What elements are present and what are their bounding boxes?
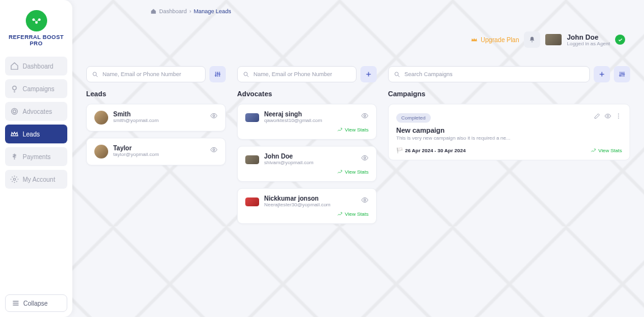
view-icon[interactable]: [361, 195, 369, 206]
collapse-label: Collapse: [23, 300, 48, 307]
menu-icon: [12, 299, 19, 307]
lead-card[interactable]: Smith smith@yopmail.com: [86, 104, 226, 131]
flag-icon: 🏳️‍: [396, 147, 403, 153]
avatar: [94, 145, 108, 158]
logo-text: REFERRAL BOOST PRO: [5, 34, 67, 47]
more-icon[interactable]: [615, 111, 622, 122]
notifications-button[interactable]: [524, 31, 540, 48]
filter-icon: [618, 70, 626, 78]
user-role: Logged in as Agent: [567, 41, 610, 47]
sidebar-item-advocates[interactable]: Advocates: [5, 102, 67, 121]
campaigns-search[interactable]: [388, 66, 590, 82]
search-icon: [243, 71, 250, 78]
leads-search[interactable]: [86, 66, 206, 82]
nav-label: Payments: [23, 153, 50, 160]
avatar: [245, 155, 259, 164]
svg-point-12: [213, 149, 215, 151]
home-icon: [150, 8, 157, 14]
leads-search-input[interactable]: [103, 71, 200, 77]
search-icon: [394, 71, 401, 78]
view-icon[interactable]: [361, 153, 369, 164]
advocates-add-button[interactable]: [360, 66, 377, 82]
svg-point-18: [619, 75, 621, 76]
lead-name: Taylor: [113, 145, 159, 152]
user-block[interactable]: John Doe Logged in as Agent: [567, 33, 610, 47]
filter-icon: [214, 70, 221, 78]
advocate-name: John Doe: [264, 153, 313, 160]
nav-label: Leads: [23, 131, 40, 138]
svg-point-16: [364, 199, 366, 201]
collapse-button[interactable]: Collapse: [5, 294, 67, 312]
campaigns-search-input[interactable]: [404, 71, 584, 77]
svg-point-15: [364, 157, 366, 159]
campaign-dates: 🏳️‍26 Apr 2024 - 30 Apr 2024: [396, 147, 465, 153]
lead-email: smith@yopmail.com: [113, 118, 158, 123]
bulb-icon: [10, 84, 19, 93]
upgrade-plan-button[interactable]: Upgrade Plan: [470, 36, 519, 43]
advocate-card[interactable]: Neeraj singh qaworktest10@gmail.com View…: [237, 104, 377, 140]
view-stats-link[interactable]: View Stats: [337, 127, 369, 133]
leads-title: Leads: [86, 90, 226, 97]
advocate-email: Neerajtester30@yopmail.com: [264, 202, 331, 208]
advocate-card[interactable]: Nickkumar jonson Neerajtester30@yopmail.…: [237, 188, 377, 224]
view-icon[interactable]: [210, 111, 218, 122]
gear-icon: [10, 175, 19, 184]
nav-label: My Account: [23, 176, 55, 183]
view-icon[interactable]: [361, 111, 369, 122]
sidebar-item-dashboard[interactable]: Dashboard: [5, 57, 67, 75]
advocate-name: Nickkumar jonson: [264, 195, 331, 202]
avatar: [545, 34, 562, 45]
svg-point-22: [618, 113, 619, 114]
breadcrumb: Dashboard › Manage Leads: [150, 8, 630, 14]
main: Dashboard › Manage Leads Upgrade Plan Jo…: [72, 0, 644, 317]
sidebar-item-campaigns[interactable]: Campaigns: [5, 79, 67, 98]
svg-point-21: [607, 115, 609, 117]
upgrade-label: Upgrade Plan: [480, 36, 519, 43]
nav-label: Dashboard: [23, 63, 53, 70]
plus-icon: [598, 70, 606, 78]
advocate-email: qaworktest10@gmail.com: [264, 118, 322, 123]
campaigns-title: Campaigns: [388, 90, 630, 97]
campaign-desc: This is very new campaign also it is req…: [396, 135, 622, 141]
svg-point-0: [32, 18, 35, 21]
header-right: Upgrade Plan John Doe Logged in as Agent: [470, 31, 625, 48]
bell-icon: [528, 36, 536, 43]
lead-card[interactable]: Taylor taylor@yopmail.com: [86, 138, 226, 165]
edit-icon[interactable]: [594, 111, 601, 122]
campaigns-column: Campaigns Completed New campaign This is…: [388, 66, 630, 230]
campaign-card[interactable]: Completed New campaign This is very new …: [388, 104, 630, 160]
lead-email: taylor@yopmail.com: [113, 152, 159, 157]
view-icon[interactable]: [210, 145, 218, 156]
campaigns-add-button[interactable]: [594, 66, 610, 82]
svg-point-14: [364, 115, 366, 117]
leads-filter-button[interactable]: [209, 66, 226, 82]
eye-icon[interactable]: [604, 111, 611, 122]
avatar: [245, 197, 259, 206]
lead-name: Smith: [113, 111, 158, 118]
advocates-search[interactable]: [237, 66, 357, 82]
view-stats-link[interactable]: View Stats: [337, 169, 369, 175]
svg-point-17: [395, 72, 399, 75]
sidebar-item-leads[interactable]: Leads: [5, 125, 67, 143]
svg-point-6: [13, 178, 16, 181]
sidebar: REFERRAL BOOST PRO Dashboard Campaigns A…: [0, 0, 72, 317]
sidebar-item-payments[interactable]: Payments: [5, 147, 67, 166]
status-badge: Completed: [396, 113, 431, 123]
crown-icon: [470, 36, 478, 43]
advocates-search-input[interactable]: [253, 71, 351, 77]
advocate-card[interactable]: John Doe shivam@yopmail.com View Stats: [237, 146, 377, 182]
breadcrumb-root[interactable]: Dashboard: [159, 8, 187, 14]
house-icon: [10, 62, 19, 70]
svg-point-11: [213, 115, 215, 117]
svg-point-5: [13, 110, 16, 113]
sidebar-item-account[interactable]: My Account: [5, 170, 67, 189]
svg-point-3: [13, 86, 16, 90]
advocate-name: Neeraj singh: [264, 111, 322, 118]
nav-label: Campaigns: [23, 86, 55, 92]
view-stats-link[interactable]: View Stats: [337, 211, 369, 217]
view-stats-link[interactable]: View Stats: [591, 148, 622, 153]
campaigns-filter-button[interactable]: [614, 66, 630, 82]
nav-list: Dashboard Campaigns Advocates Leads Paym…: [5, 57, 67, 189]
svg-point-4: [11, 108, 17, 114]
breadcrumb-sep: ›: [189, 8, 191, 14]
